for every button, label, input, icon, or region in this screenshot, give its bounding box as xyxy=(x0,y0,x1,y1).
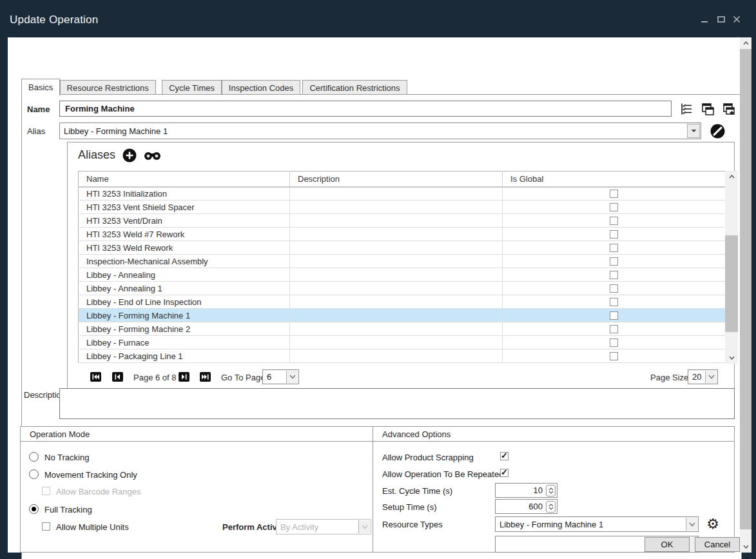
alias-description-cell[interactable] xyxy=(290,214,503,228)
copy-window-icon[interactable] xyxy=(701,102,715,116)
add-alias-icon[interactable] xyxy=(122,148,137,162)
gear-icon[interactable]: ⚙ xyxy=(705,516,721,531)
table-row[interactable]: HTI 3253 Weld #7 Rework xyxy=(79,228,726,241)
alias-description-cell[interactable] xyxy=(290,322,503,336)
allow-operation-repeated-checkbox[interactable] xyxy=(500,469,509,477)
page-size-select[interactable]: 20 xyxy=(688,369,718,384)
is-global-checkbox[interactable] xyxy=(610,325,618,333)
first-page-icon[interactable] xyxy=(90,372,101,382)
spinner-updown-icon[interactable] xyxy=(546,501,556,513)
close-icon[interactable] xyxy=(732,15,745,26)
table-row[interactable]: HTI 3253 Initialization xyxy=(79,187,726,201)
is-global-checkbox[interactable] xyxy=(610,271,618,279)
cancel-button[interactable]: Cancel xyxy=(695,537,740,552)
alias-dropdown-icon[interactable] xyxy=(687,124,700,138)
column-header-is-global[interactable]: Is Global xyxy=(503,172,726,187)
movement-tracking-radio[interactable] xyxy=(29,469,39,479)
last-page-icon[interactable] xyxy=(200,372,211,382)
alias-name-cell[interactable]: Libbey - Packaging Line 1 xyxy=(79,349,290,363)
column-header-name[interactable]: Name xyxy=(79,172,290,187)
copy-window-add-icon[interactable] xyxy=(722,102,736,116)
alias-name-cell[interactable]: HTI 3253 Weld Rework xyxy=(79,241,290,255)
alias-name-cell[interactable]: Libbey - Annealing 1 xyxy=(79,282,290,295)
maximize-icon[interactable] xyxy=(717,15,730,26)
scrollbar-thumb[interactable] xyxy=(740,49,751,529)
table-row[interactable]: Inspection-Mechanical Assembly xyxy=(79,255,726,268)
is-global-checkbox[interactable] xyxy=(610,257,618,266)
table-row[interactable]: HTI 3253 Vent Shield Spacer xyxy=(79,201,726,214)
previous-page-icon[interactable] xyxy=(112,372,123,382)
is-global-checkbox[interactable] xyxy=(610,203,618,211)
scrollbar-thumb[interactable] xyxy=(725,235,738,332)
next-page-icon[interactable] xyxy=(179,372,189,382)
alias-description-cell[interactable] xyxy=(290,336,503,349)
alias-description-cell[interactable] xyxy=(290,255,503,268)
alias-description-cell[interactable] xyxy=(290,349,503,363)
table-row[interactable]: Libbey - Furnace xyxy=(79,336,726,349)
alias-combobox[interactable]: Libbey - Forming Machine 1 xyxy=(59,123,701,139)
alias-name-cell[interactable]: HTI 3253 Vent Shield Spacer xyxy=(79,201,290,214)
chevron-down-icon[interactable] xyxy=(286,371,298,383)
is-global-checkbox[interactable] xyxy=(610,338,618,347)
table-row[interactable]: Libbey - Forming Machine 2 xyxy=(79,322,726,336)
table-row[interactable]: Libbey - End of Line Inspection xyxy=(79,295,726,309)
est-cycle-time-spinner[interactable]: 10 xyxy=(495,483,557,498)
is-global-checkbox[interactable] xyxy=(610,217,618,225)
search-binoculars-icon[interactable] xyxy=(143,151,161,161)
alias-description-cell[interactable] xyxy=(290,282,503,295)
is-global-checkbox[interactable] xyxy=(610,311,618,320)
scroll-down-icon[interactable] xyxy=(725,352,738,364)
description-textarea[interactable] xyxy=(59,388,735,419)
alias-name-cell[interactable]: Inspection-Mechanical Assembly xyxy=(79,255,290,268)
allow-multiple-units-checkbox[interactable] xyxy=(42,522,50,531)
alias-name-cell[interactable]: HTI 3253 Vent/Drain xyxy=(79,214,290,228)
alias-description-cell[interactable] xyxy=(290,201,503,214)
is-global-checkbox[interactable] xyxy=(610,284,618,293)
chevron-down-icon[interactable] xyxy=(705,371,717,383)
is-global-checkbox[interactable] xyxy=(610,230,618,239)
is-global-checkbox[interactable] xyxy=(610,298,618,306)
table-row[interactable]: Libbey - Annealing xyxy=(79,268,726,282)
table-row[interactable]: HTI 3253 Vent/Drain xyxy=(79,214,726,228)
table-row[interactable]: HTI 3253 Weld Rework xyxy=(79,241,726,255)
full-tracking-radio[interactable] xyxy=(29,504,39,514)
chevron-down-icon[interactable] xyxy=(686,518,697,531)
table-row[interactable]: Libbey - Packaging Line 1 xyxy=(79,349,726,363)
minimize-icon[interactable] xyxy=(700,15,713,26)
alias-name-cell[interactable]: Libbey - Forming Machine 2 xyxy=(79,322,290,336)
spinner-updown-icon[interactable] xyxy=(546,485,556,496)
alias-description-cell[interactable] xyxy=(290,268,503,282)
alias-description-cell[interactable] xyxy=(290,309,503,322)
alias-description-cell[interactable] xyxy=(290,295,503,309)
alias-description-cell[interactable] xyxy=(290,228,503,241)
alias-name-cell[interactable]: Libbey - Furnace xyxy=(79,336,290,349)
block-icon[interactable] xyxy=(710,123,725,139)
scroll-up-icon[interactable] xyxy=(740,37,751,49)
alias-description-cell[interactable] xyxy=(290,241,503,255)
alias-name-cell[interactable]: Libbey - Annealing xyxy=(79,268,290,282)
scroll-down-icon[interactable] xyxy=(740,541,751,553)
name-input[interactable]: Forming Machine xyxy=(59,101,672,117)
is-global-checkbox[interactable] xyxy=(610,352,618,360)
resource-types-select[interactable]: Libbey - Forming Machine 1 xyxy=(495,516,699,532)
column-header-description[interactable]: Description xyxy=(290,172,503,187)
allow-product-scrapping-checkbox[interactable] xyxy=(500,452,509,460)
tab-inspection-codes[interactable]: Inspection Codes xyxy=(222,80,300,95)
alias-name-cell[interactable]: Libbey - Forming Machine 1 xyxy=(79,309,290,322)
is-global-checkbox[interactable] xyxy=(610,190,618,198)
setup-time-spinner[interactable]: 600 xyxy=(495,499,557,514)
alias-name-cell[interactable]: HTI 3253 Initialization xyxy=(79,187,290,201)
alias-description-cell[interactable] xyxy=(290,187,503,201)
aliases-table-scrollbar[interactable] xyxy=(725,171,738,364)
tab-basics[interactable]: Basics xyxy=(21,79,60,95)
table-row[interactable]: Libbey - Forming Machine 1 xyxy=(79,309,726,322)
edit-list-icon[interactable] xyxy=(679,102,693,116)
alias-name-cell[interactable]: HTI 3253 Weld #7 Rework xyxy=(79,228,290,241)
ok-button[interactable]: OK xyxy=(645,537,690,552)
main-scrollbar[interactable] xyxy=(740,37,751,553)
table-row[interactable]: Libbey - Annealing 1 xyxy=(79,282,726,295)
scroll-up-icon[interactable] xyxy=(725,171,738,182)
no-tracking-radio[interactable] xyxy=(29,452,39,462)
go-to-page-select[interactable]: 6 xyxy=(262,369,299,384)
is-global-checkbox[interactable] xyxy=(610,244,618,252)
